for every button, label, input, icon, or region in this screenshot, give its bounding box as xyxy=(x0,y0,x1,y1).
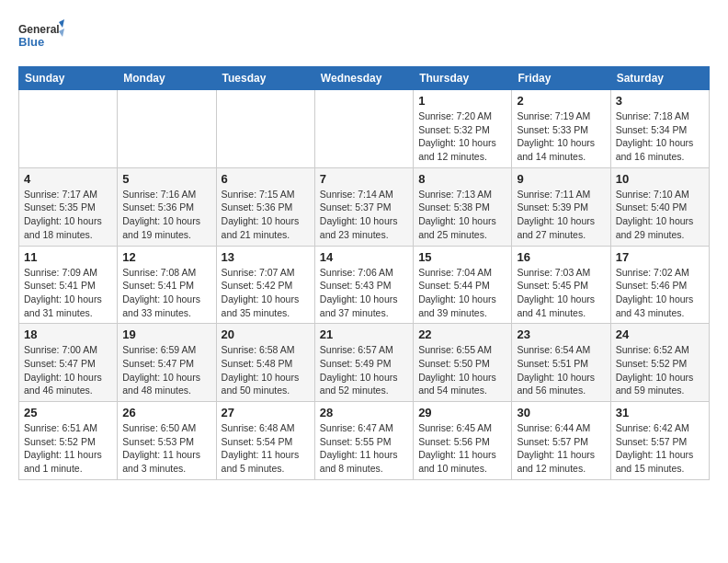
day-number: 31 xyxy=(616,406,704,419)
calendar-cell xyxy=(216,90,314,168)
calendar-cell: 18Sunrise: 7:00 AM Sunset: 5:47 PM Dayli… xyxy=(19,324,118,402)
calendar-week-4: 18Sunrise: 7:00 AM Sunset: 5:47 PM Dayli… xyxy=(19,324,710,402)
day-info: Sunrise: 6:54 AM Sunset: 5:51 PM Dayligh… xyxy=(517,343,605,397)
calendar-cell: 30Sunrise: 6:44 AM Sunset: 5:57 PM Dayli… xyxy=(512,402,610,480)
day-number: 29 xyxy=(418,406,506,419)
day-info: Sunrise: 7:16 AM Sunset: 5:36 PM Dayligh… xyxy=(122,188,210,242)
calendar-cell: 10Sunrise: 7:10 AM Sunset: 5:40 PM Dayli… xyxy=(610,167,709,246)
day-number: 30 xyxy=(517,406,605,419)
logo: General Blue xyxy=(18,18,64,57)
calendar-cell: 29Sunrise: 6:45 AM Sunset: 5:56 PM Dayli… xyxy=(414,402,512,480)
day-info: Sunrise: 6:44 AM Sunset: 5:57 PM Dayligh… xyxy=(517,421,605,476)
day-number: 20 xyxy=(222,327,310,341)
calendar-cell xyxy=(19,90,118,168)
day-info: Sunrise: 7:15 AM Sunset: 5:36 PM Dayligh… xyxy=(222,188,310,242)
column-header-thursday: Thursday xyxy=(414,67,512,90)
calendar-cell: 22Sunrise: 6:55 AM Sunset: 5:50 PM Dayli… xyxy=(414,324,512,402)
day-info: Sunrise: 6:57 AM Sunset: 5:49 PM Dayligh… xyxy=(320,343,408,397)
day-number: 25 xyxy=(24,406,112,419)
logo-svg: General Blue xyxy=(18,18,64,57)
day-info: Sunrise: 7:02 AM Sunset: 5:46 PM Dayligh… xyxy=(616,266,704,320)
day-number: 15 xyxy=(418,250,506,264)
calendar-week-3: 11Sunrise: 7:09 AM Sunset: 5:41 PM Dayli… xyxy=(19,246,710,324)
calendar-cell: 1Sunrise: 7:20 AM Sunset: 5:32 PM Daylig… xyxy=(414,90,512,168)
day-number: 13 xyxy=(222,250,310,264)
day-info: Sunrise: 7:18 AM Sunset: 5:34 PM Dayligh… xyxy=(616,109,704,164)
day-number: 16 xyxy=(517,250,605,264)
day-number: 5 xyxy=(122,172,210,186)
day-info: Sunrise: 6:55 AM Sunset: 5:50 PM Dayligh… xyxy=(418,343,506,397)
calendar-cell: 15Sunrise: 7:04 AM Sunset: 5:44 PM Dayli… xyxy=(414,246,512,324)
column-header-sunday: Sunday xyxy=(19,67,118,90)
day-info: Sunrise: 7:09 AM Sunset: 5:41 PM Dayligh… xyxy=(24,266,112,320)
day-info: Sunrise: 6:59 AM Sunset: 5:47 PM Dayligh… xyxy=(122,343,210,397)
calendar-cell: 20Sunrise: 6:58 AM Sunset: 5:48 PM Dayli… xyxy=(216,324,314,402)
calendar-cell: 27Sunrise: 6:48 AM Sunset: 5:54 PM Dayli… xyxy=(216,402,314,480)
day-number: 22 xyxy=(418,327,506,341)
day-number: 1 xyxy=(418,94,506,108)
day-number: 28 xyxy=(320,406,408,419)
day-info: Sunrise: 6:51 AM Sunset: 5:52 PM Dayligh… xyxy=(24,421,112,476)
day-info: Sunrise: 7:00 AM Sunset: 5:47 PM Dayligh… xyxy=(24,343,112,397)
calendar-cell: 9Sunrise: 7:11 AM Sunset: 5:39 PM Daylig… xyxy=(512,167,610,246)
calendar-cell: 6Sunrise: 7:15 AM Sunset: 5:36 PM Daylig… xyxy=(216,167,314,246)
column-header-wednesday: Wednesday xyxy=(314,67,413,90)
calendar-cell: 2Sunrise: 7:19 AM Sunset: 5:33 PM Daylig… xyxy=(512,90,610,168)
column-header-monday: Monday xyxy=(118,67,216,90)
calendar-cell: 17Sunrise: 7:02 AM Sunset: 5:46 PM Dayli… xyxy=(610,246,709,324)
day-number: 11 xyxy=(24,250,112,264)
day-info: Sunrise: 7:07 AM Sunset: 5:42 PM Dayligh… xyxy=(222,266,310,320)
calendar-cell xyxy=(314,90,413,168)
day-number: 4 xyxy=(24,172,112,186)
day-info: Sunrise: 7:03 AM Sunset: 5:45 PM Dayligh… xyxy=(517,266,605,320)
day-number: 10 xyxy=(616,172,704,186)
day-number: 9 xyxy=(517,172,605,186)
calendar-cell: 4Sunrise: 7:17 AM Sunset: 5:35 PM Daylig… xyxy=(19,167,118,246)
svg-text:Blue: Blue xyxy=(18,35,44,49)
column-header-tuesday: Tuesday xyxy=(216,67,314,90)
calendar-cell: 24Sunrise: 6:52 AM Sunset: 5:52 PM Dayli… xyxy=(610,324,709,402)
day-info: Sunrise: 7:20 AM Sunset: 5:32 PM Dayligh… xyxy=(418,109,506,164)
calendar-cell xyxy=(118,90,216,168)
day-number: 23 xyxy=(517,327,605,341)
column-header-friday: Friday xyxy=(512,67,610,90)
calendar-week-2: 4Sunrise: 7:17 AM Sunset: 5:35 PM Daylig… xyxy=(19,167,710,246)
day-number: 17 xyxy=(616,250,704,264)
day-info: Sunrise: 7:04 AM Sunset: 5:44 PM Dayligh… xyxy=(418,266,506,320)
calendar-cell: 26Sunrise: 6:50 AM Sunset: 5:53 PM Dayli… xyxy=(118,402,216,480)
svg-marker-2 xyxy=(59,19,64,28)
day-info: Sunrise: 7:19 AM Sunset: 5:33 PM Dayligh… xyxy=(517,109,605,164)
day-info: Sunrise: 6:48 AM Sunset: 5:54 PM Dayligh… xyxy=(222,421,310,476)
calendar-cell: 12Sunrise: 7:08 AM Sunset: 5:41 PM Dayli… xyxy=(118,246,216,324)
calendar-header-row: SundayMondayTuesdayWednesdayThursdayFrid… xyxy=(19,67,710,90)
calendar-cell: 28Sunrise: 6:47 AM Sunset: 5:55 PM Dayli… xyxy=(314,402,413,480)
day-number: 18 xyxy=(24,327,112,341)
calendar-cell: 7Sunrise: 7:14 AM Sunset: 5:37 PM Daylig… xyxy=(314,167,413,246)
calendar-table: SundayMondayTuesdayWednesdayThursdayFrid… xyxy=(18,66,710,480)
day-info: Sunrise: 6:52 AM Sunset: 5:52 PM Dayligh… xyxy=(616,343,704,397)
day-info: Sunrise: 6:50 AM Sunset: 5:53 PM Dayligh… xyxy=(122,421,210,476)
day-info: Sunrise: 6:47 AM Sunset: 5:55 PM Dayligh… xyxy=(320,421,408,476)
calendar-cell: 8Sunrise: 7:13 AM Sunset: 5:38 PM Daylig… xyxy=(414,167,512,246)
calendar-cell: 5Sunrise: 7:16 AM Sunset: 5:36 PM Daylig… xyxy=(118,167,216,246)
day-info: Sunrise: 7:17 AM Sunset: 5:35 PM Dayligh… xyxy=(24,188,112,242)
calendar-cell: 14Sunrise: 7:06 AM Sunset: 5:43 PM Dayli… xyxy=(314,246,413,324)
day-info: Sunrise: 7:10 AM Sunset: 5:40 PM Dayligh… xyxy=(616,188,704,242)
day-info: Sunrise: 6:58 AM Sunset: 5:48 PM Dayligh… xyxy=(222,343,310,397)
svg-marker-3 xyxy=(59,29,64,37)
calendar-cell: 11Sunrise: 7:09 AM Sunset: 5:41 PM Dayli… xyxy=(19,246,118,324)
day-info: Sunrise: 6:42 AM Sunset: 5:57 PM Dayligh… xyxy=(616,421,704,476)
day-number: 24 xyxy=(616,327,704,341)
calendar-cell: 13Sunrise: 7:07 AM Sunset: 5:42 PM Dayli… xyxy=(216,246,314,324)
calendar-week-1: 1Sunrise: 7:20 AM Sunset: 5:32 PM Daylig… xyxy=(19,90,710,168)
day-number: 3 xyxy=(616,94,704,108)
day-info: Sunrise: 7:06 AM Sunset: 5:43 PM Dayligh… xyxy=(320,266,408,320)
day-number: 14 xyxy=(320,250,408,264)
day-number: 7 xyxy=(320,172,408,186)
day-number: 19 xyxy=(122,327,210,341)
svg-text:General: General xyxy=(18,23,60,36)
day-number: 27 xyxy=(222,406,310,419)
calendar-cell: 19Sunrise: 6:59 AM Sunset: 5:47 PM Dayli… xyxy=(118,324,216,402)
calendar-cell: 16Sunrise: 7:03 AM Sunset: 5:45 PM Dayli… xyxy=(512,246,610,324)
day-number: 2 xyxy=(517,94,605,108)
